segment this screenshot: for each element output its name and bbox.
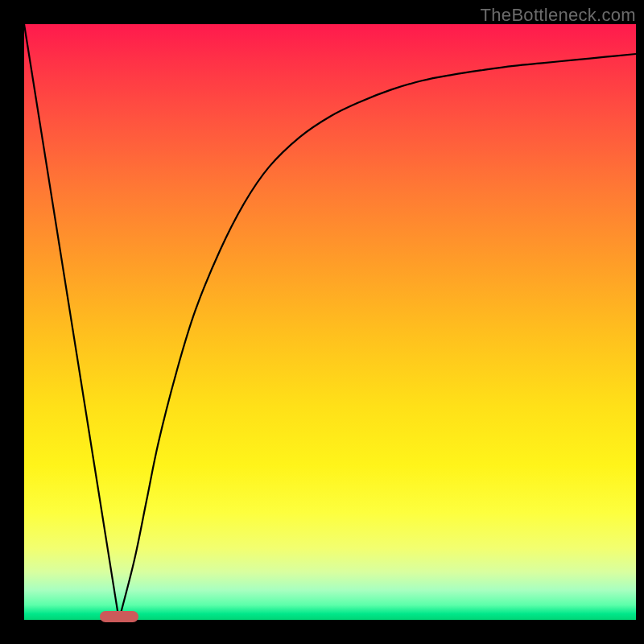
chart-frame: TheBottleneck.com <box>0 0 644 644</box>
watermark-text: TheBottleneck.com <box>481 5 636 26</box>
curve-left-leg <box>24 24 119 620</box>
curve-layer <box>24 24 636 620</box>
curve-right <box>119 54 636 620</box>
vertex-marker <box>100 611 138 622</box>
plot-area <box>24 24 636 620</box>
